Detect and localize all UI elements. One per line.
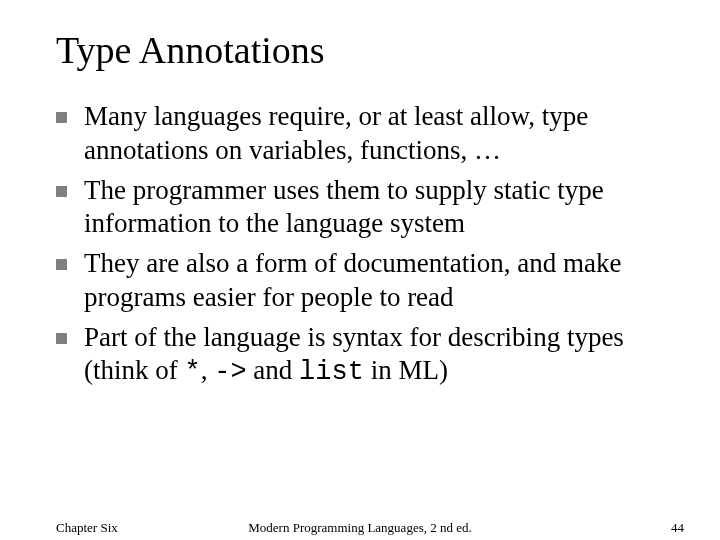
list-item: Part of the language is syntax for descr…: [56, 321, 670, 391]
footer-page-number: 44: [671, 520, 684, 536]
code-literal: ->: [214, 357, 246, 387]
list-item: They are also a form of documentation, a…: [56, 247, 670, 315]
footer-book-title: Modern Programming Languages, 2 nd ed.: [0, 520, 720, 536]
list-item: Many languages require, or at least allo…: [56, 100, 670, 168]
bullet-text: ,: [201, 355, 215, 385]
bullet-text: They are also a form of documentation, a…: [84, 248, 622, 312]
list-item: The programmer uses them to supply stati…: [56, 174, 670, 242]
slide-title: Type Annotations: [56, 28, 670, 72]
bullet-text: in ML): [364, 355, 448, 385]
code-literal: list: [299, 357, 364, 387]
bullet-text: and: [247, 355, 299, 385]
code-literal: *: [185, 357, 201, 387]
bullet-list: Many languages require, or at least allo…: [56, 100, 670, 390]
bullet-text: Many languages require, or at least allo…: [84, 101, 588, 165]
bullet-text: The programmer uses them to supply stati…: [84, 175, 604, 239]
